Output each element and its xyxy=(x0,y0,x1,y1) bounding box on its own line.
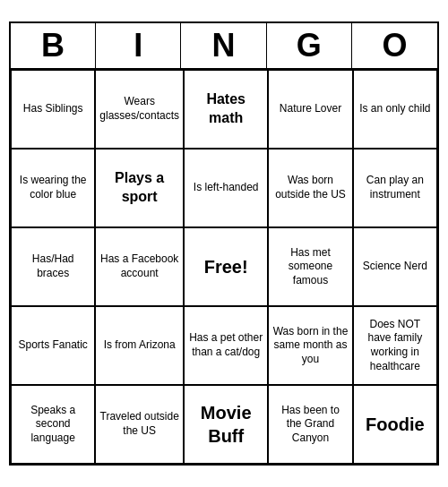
bingo-cell-0[interactable]: Has Siblings xyxy=(11,70,95,149)
bingo-cell-1[interactable]: Wears glasses/contacts xyxy=(95,70,184,149)
bingo-grid: Has SiblingsWears glasses/contactsHates … xyxy=(11,70,437,464)
letter-o: O xyxy=(352,23,437,68)
bingo-cell-17[interactable]: Has a pet other than a cat/dog xyxy=(184,306,268,385)
bingo-cell-3[interactable]: Nature Lover xyxy=(268,70,352,149)
bingo-cell-10[interactable]: Has/Had braces xyxy=(11,227,95,306)
bingo-cell-13[interactable]: Has met someone famous xyxy=(268,227,352,306)
bingo-cell-18[interactable]: Was born in the same month as you xyxy=(268,306,352,385)
bingo-cell-6[interactable]: Plays a sport xyxy=(95,149,184,227)
bingo-card: B I N G O Has SiblingsWears glasses/cont… xyxy=(9,21,439,466)
bingo-cell-12[interactable]: Free! xyxy=(184,227,268,306)
letter-i: I xyxy=(96,23,181,68)
bingo-cell-19[interactable]: Does NOT have family working in healthca… xyxy=(353,306,437,385)
bingo-cell-20[interactable]: Speaks a second language xyxy=(11,385,95,464)
letter-b: B xyxy=(11,23,96,68)
letter-n: N xyxy=(181,23,266,68)
bingo-cell-11[interactable]: Has a Facebook account xyxy=(95,227,184,306)
bingo-cell-8[interactable]: Was born outside the US xyxy=(268,149,352,227)
bingo-cell-7[interactable]: Is left-handed xyxy=(184,149,268,227)
bingo-cell-14[interactable]: Science Nerd xyxy=(353,227,437,306)
bingo-cell-5[interactable]: Is wearing the color blue xyxy=(11,149,95,227)
bingo-cell-9[interactable]: Can play an instrument xyxy=(353,149,437,227)
bingo-cell-21[interactable]: Traveled outside the US xyxy=(95,385,184,464)
bingo-cell-24[interactable]: Foodie xyxy=(353,385,437,464)
bingo-cell-22[interactable]: Movie Buff xyxy=(184,385,268,464)
bingo-cell-2[interactable]: Hates math xyxy=(184,70,268,149)
bingo-cell-16[interactable]: Is from Arizona xyxy=(95,306,184,385)
bingo-header: B I N G O xyxy=(11,23,437,70)
bingo-cell-4[interactable]: Is an only child xyxy=(353,70,437,149)
bingo-cell-15[interactable]: Sports Fanatic xyxy=(11,306,95,385)
bingo-cell-23[interactable]: Has been to the Grand Canyon xyxy=(268,385,352,464)
letter-g: G xyxy=(267,23,352,68)
